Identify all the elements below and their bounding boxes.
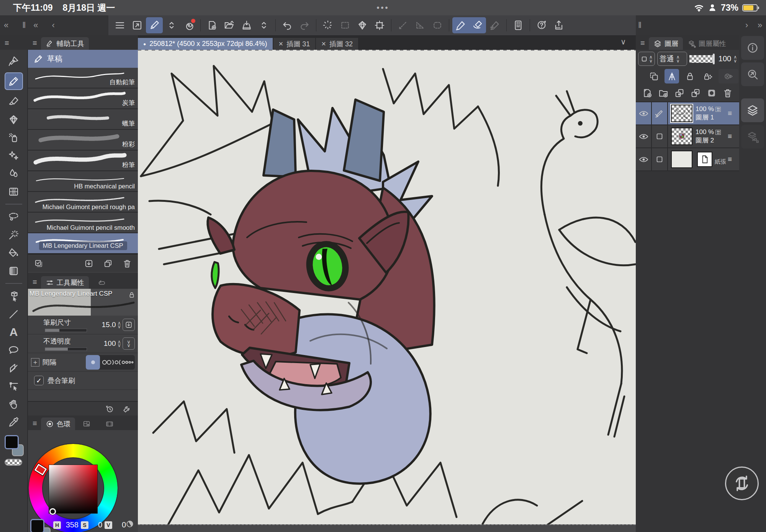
brush-item[interactable]: 炭筆 [28, 88, 138, 109]
reselect-button[interactable] [337, 17, 354, 33]
eyedropper-tool[interactable] [6, 416, 21, 429]
layer-property-panel-button[interactable] [741, 125, 764, 149]
navigator-panel-button[interactable] [741, 62, 764, 86]
expand-spacing-icon[interactable]: ＋ [31, 358, 39, 367]
brush-size-value[interactable]: 15.0 [102, 321, 116, 329]
sv-cursor[interactable] [49, 508, 56, 515]
clip-studio-button[interactable] [180, 17, 197, 33]
rotate-canvas-button[interactable] [725, 467, 759, 500]
brush-item[interactable]: Michael Guimont pencil rough pa [28, 192, 138, 213]
property-menu-icon[interactable]: ≡ [28, 278, 41, 289]
selection-tool[interactable] [6, 210, 21, 223]
layer-opacity-value[interactable]: 100 [719, 54, 731, 63]
opacity-dynamics-button[interactable]: ∨∨ [123, 337, 135, 350]
clear-button[interactable] [354, 17, 371, 33]
main-menu-button[interactable] [111, 17, 128, 33]
pencil-tool[interactable] [5, 72, 23, 90]
expand-right-icon[interactable]: › [745, 20, 748, 30]
undo-button[interactable] [279, 17, 296, 33]
back-icon[interactable]: ‹ [52, 20, 55, 30]
gradient-tool[interactable] [6, 264, 21, 277]
brush-item[interactable]: 自動鉛筆 [28, 68, 138, 88]
brush-item[interactable]: 粉筆 [28, 151, 138, 171]
new-canvas-button[interactable] [204, 17, 221, 33]
reset-history-icon[interactable] [105, 404, 115, 414]
pen-mode-button[interactable] [146, 17, 163, 33]
layer-select-checkbox[interactable] [652, 148, 668, 170]
layer-menu-handle[interactable]: ≡ [728, 109, 739, 118]
close-tab-icon[interactable]: × [321, 39, 326, 48]
correct-line-button[interactable] [452, 17, 469, 33]
correct-line-tool[interactable] [6, 380, 21, 393]
color-menu-icon[interactable]: ≡ [28, 419, 41, 430]
opacity-chevrons[interactable]: ∧∨ [733, 55, 737, 63]
layer-menu-handle[interactable]: ≡ [728, 132, 739, 141]
subtool-group-draft[interactable]: 草稿 [28, 50, 138, 68]
save-button[interactable] [238, 17, 255, 33]
import-brush-button[interactable] [82, 257, 96, 270]
brush-size-slider[interactable] [45, 329, 87, 332]
transform-button[interactable] [371, 17, 388, 33]
saturation-value-square[interactable] [49, 465, 98, 514]
new-folder-button[interactable] [656, 85, 670, 101]
merge-layer-button[interactable] [689, 85, 702, 101]
layer-thumbnail[interactable] [671, 105, 692, 122]
blend-tool[interactable] [6, 167, 21, 180]
balloon-tool[interactable] [6, 344, 21, 357]
opacity-slider[interactable] [45, 347, 87, 351]
airbrush-tool[interactable] [6, 131, 21, 144]
panel-grip-icon[interactable]: ‖ [22, 20, 26, 30]
crop-selection-button[interactable] [394, 17, 411, 33]
multi-select-button[interactable] [32, 257, 46, 270]
duplicate-brush-button[interactable] [101, 257, 115, 270]
tab-tool-property[interactable]: 工具屬性 [41, 276, 89, 289]
selection-border-button[interactable] [429, 17, 446, 33]
brush-tool[interactable] [6, 95, 21, 108]
subtool-menu-icon[interactable]: ≡ [28, 39, 41, 50]
delete-brush-button[interactable] [120, 257, 134, 270]
opacity-value[interactable]: 100 [104, 339, 116, 348]
layer-row-paper[interactable]: 紙張 ≡ [636, 148, 739, 171]
operation-tool[interactable] [6, 290, 21, 303]
tab-brush-settings[interactable] [89, 276, 114, 289]
tab-overflow-chevron-icon[interactable]: ∨ [620, 37, 626, 46]
blend-mode-dropdown[interactable]: 普通 ∧∨ [657, 52, 687, 66]
eraser-tool[interactable] [6, 113, 21, 126]
enable-mask-button[interactable] [719, 69, 738, 83]
layer-opacity-slider[interactable] [689, 55, 714, 63]
opacity-down-icon[interactable]: ∨ [117, 344, 121, 347]
tab-layer-property[interactable]: 圖層屬性 [683, 37, 731, 50]
layer-color-dropdown[interactable]: ∧∨ [638, 52, 655, 66]
tab-color-slider[interactable] [98, 417, 121, 430]
collapse-subtool-icon[interactable]: « [33, 20, 38, 30]
layer-visibility-toggle[interactable] [636, 148, 652, 170]
pen-tool[interactable] [6, 54, 21, 67]
frame-border-tool[interactable] [6, 185, 21, 198]
layers-panel-button[interactable] [741, 98, 764, 122]
layers-menu-icon[interactable]: ≡ [636, 39, 649, 50]
auto-select-tool[interactable] [6, 228, 21, 241]
spacing-options[interactable] [86, 355, 135, 370]
brush-item[interactable]: Michael Guimont pencil smooth [28, 213, 138, 233]
close-tab-icon[interactable]: × [279, 39, 283, 48]
tool-menu-icon[interactable]: ≡ [0, 39, 13, 50]
new-layer-button[interactable] [640, 85, 654, 101]
lock-transparent-button[interactable] [701, 69, 715, 83]
canvas[interactable] [138, 50, 636, 532]
document-tab[interactable]: × 插圖 31 [273, 38, 316, 50]
tab-color-set[interactable] [75, 417, 98, 430]
right-panel-grip-icon[interactable]: ‖ [638, 20, 642, 30]
export-button[interactable] [550, 17, 567, 33]
vector-line-button[interactable] [486, 17, 503, 33]
clip-at-layer-button[interactable] [647, 69, 661, 83]
edit-target-button[interactable] [665, 69, 679, 83]
fill-selection-button[interactable] [412, 17, 429, 33]
layer-mask-button[interactable] [705, 85, 719, 101]
tool-switch-chevrons[interactable] [163, 17, 180, 33]
layer-row[interactable]: 100 %普 圖層 2 ≡ [636, 125, 739, 148]
transparent-color-swatch[interactable] [5, 459, 22, 466]
layer-thumbnail[interactable] [671, 128, 692, 145]
text-tool[interactable]: A [6, 326, 21, 339]
panel-foreground-swatch[interactable] [30, 519, 44, 532]
save-options-chevrons[interactable] [255, 17, 272, 33]
